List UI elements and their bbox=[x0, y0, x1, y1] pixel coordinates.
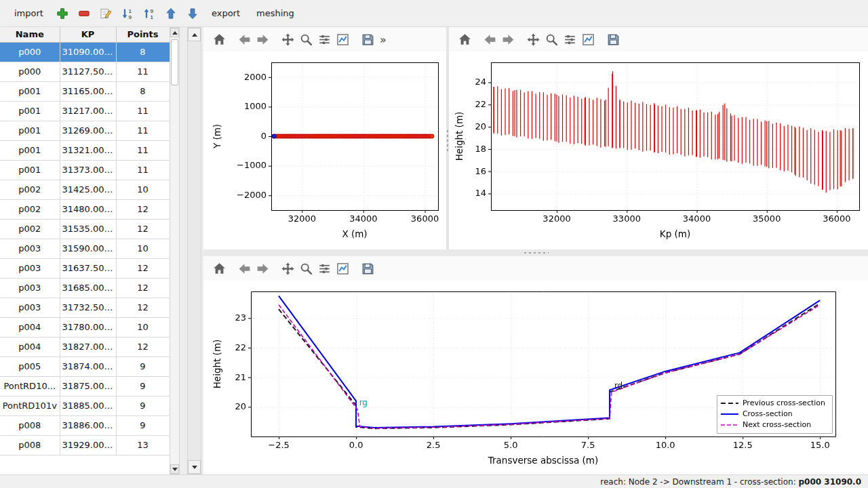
points-cell[interactable]: 11 bbox=[116, 121, 170, 140]
subplots-button[interactable] bbox=[315, 30, 334, 49]
kp-cell[interactable]: 31165.0000 bbox=[60, 81, 116, 101]
table-row[interactable]: p00031127.500011 bbox=[0, 62, 170, 81]
move-down-button[interactable] bbox=[182, 3, 203, 24]
kp-cell[interactable]: 31480.0000 bbox=[60, 199, 116, 219]
kp-cell[interactable]: 31321.0000 bbox=[60, 140, 116, 160]
points-cell[interactable]: 12 bbox=[116, 258, 170, 278]
name-cell[interactable]: p003 bbox=[0, 239, 60, 258]
table-row[interactable]: p00331637.500012 bbox=[0, 258, 170, 278]
points-cell[interactable]: 9 bbox=[116, 396, 170, 415]
panel-scroll-up-button[interactable] bbox=[188, 28, 201, 41]
table-row[interactable]: p00231425.000010 bbox=[0, 180, 170, 199]
kp-cell[interactable]: 31875.0000 bbox=[60, 376, 116, 396]
table-row[interactable]: p00331732.500012 bbox=[0, 298, 170, 317]
subplots-button[interactable] bbox=[315, 260, 334, 278]
kp-cell[interactable]: 31637.5000 bbox=[60, 258, 116, 278]
cross-section-canvas[interactable] bbox=[203, 281, 868, 474]
points-cell[interactable]: 12 bbox=[116, 298, 170, 317]
table-row[interactable]: p00131217.000011 bbox=[0, 101, 170, 121]
points-cell[interactable]: 13 bbox=[116, 435, 170, 455]
kp-cell[interactable]: 31535.0000 bbox=[60, 219, 116, 239]
kp-cell[interactable]: 31732.5000 bbox=[60, 298, 116, 317]
name-cell[interactable]: p003 bbox=[0, 278, 60, 298]
kp-cell[interactable]: 31885.0000 bbox=[60, 396, 116, 415]
table-row[interactable]: p00131373.000011 bbox=[0, 160, 170, 180]
save-button[interactable] bbox=[359, 30, 377, 49]
horizontal-splitter[interactable] bbox=[203, 249, 868, 256]
table-row[interactable]: p00331685.000012 bbox=[0, 278, 170, 298]
points-cell[interactable]: 8 bbox=[116, 42, 170, 62]
name-cell[interactable]: p004 bbox=[0, 337, 60, 357]
name-cell[interactable]: p005 bbox=[0, 357, 60, 376]
kp-cell[interactable]: 31425.0000 bbox=[60, 180, 116, 199]
name-cell[interactable]: p003 bbox=[0, 258, 60, 278]
home-button[interactable] bbox=[210, 30, 229, 49]
name-cell[interactable]: p001 bbox=[0, 140, 60, 160]
pan-button[interactable] bbox=[279, 30, 297, 49]
remove-cross-section-button[interactable] bbox=[74, 3, 94, 24]
kp-cell[interactable]: 31373.0000 bbox=[60, 160, 116, 180]
add-cross-section-button[interactable] bbox=[52, 3, 73, 24]
back-button[interactable] bbox=[235, 30, 254, 49]
points-cell[interactable]: 9 bbox=[116, 357, 170, 376]
home-button[interactable] bbox=[210, 260, 229, 278]
forward-button[interactable] bbox=[254, 30, 272, 49]
name-cell[interactable]: p002 bbox=[0, 219, 60, 239]
save-button[interactable] bbox=[604, 30, 623, 49]
subplots-button[interactable] bbox=[561, 30, 579, 49]
sort-ascending-button[interactable]: 91 bbox=[139, 3, 159, 24]
name-cell[interactable]: p001 bbox=[0, 81, 60, 101]
table-scroll-up-button[interactable] bbox=[170, 28, 179, 37]
pan-button[interactable] bbox=[279, 260, 297, 278]
zoom-button[interactable] bbox=[542, 30, 561, 49]
home-button[interactable] bbox=[456, 30, 474, 49]
table-row[interactable]: p00831886.00009 bbox=[0, 415, 170, 435]
table-row[interactable]: p00831929.000013 bbox=[0, 435, 170, 455]
points-cell[interactable]: 8 bbox=[116, 81, 170, 101]
name-cell[interactable]: p000 bbox=[0, 42, 60, 62]
table-row[interactable]: p00431827.000012 bbox=[0, 337, 170, 357]
table-row[interactable]: p00131269.000011 bbox=[0, 121, 170, 140]
export-button[interactable]: export bbox=[204, 4, 248, 22]
kp-cell[interactable]: 31929.0000 bbox=[60, 435, 116, 455]
kp-cell[interactable]: 31127.5000 bbox=[60, 62, 116, 81]
name-cell[interactable]: p000 bbox=[0, 62, 60, 81]
table-scrollbar-thumb[interactable] bbox=[171, 39, 178, 85]
zoom-button[interactable] bbox=[297, 30, 315, 49]
column-header-name[interactable]: Name bbox=[0, 27, 60, 42]
customize-button[interactable] bbox=[334, 260, 352, 278]
zoom-button[interactable] bbox=[297, 260, 315, 278]
name-cell[interactable]: p002 bbox=[0, 199, 60, 219]
points-cell[interactable]: 9 bbox=[116, 376, 170, 396]
points-cell[interactable]: 12 bbox=[116, 278, 170, 298]
back-button[interactable] bbox=[235, 260, 254, 278]
plan-view-canvas[interactable] bbox=[203, 52, 446, 249]
column-header-kp[interactable]: KP bbox=[60, 27, 116, 42]
kp-cell[interactable]: 31827.0000 bbox=[60, 337, 116, 357]
table-row[interactable]: p00431780.000010 bbox=[0, 317, 170, 337]
kp-cell[interactable]: 31886.0000 bbox=[60, 415, 116, 435]
kp-cell[interactable]: 31217.0000 bbox=[60, 101, 116, 121]
points-cell[interactable]: 12 bbox=[116, 199, 170, 219]
points-cell[interactable]: 12 bbox=[116, 337, 170, 357]
points-cell[interactable]: 11 bbox=[116, 140, 170, 160]
edit-cross-section-button[interactable] bbox=[96, 3, 116, 24]
table-scroll-down-button[interactable] bbox=[170, 464, 179, 474]
points-cell[interactable]: 11 bbox=[116, 101, 170, 121]
panel-scroll-down-button[interactable] bbox=[188, 460, 201, 474]
pan-button[interactable] bbox=[524, 30, 542, 49]
table-row[interactable]: p00331590.000010 bbox=[0, 239, 170, 258]
kp-cell[interactable]: 31685.0000 bbox=[60, 278, 116, 298]
name-cell[interactable]: p008 bbox=[0, 415, 60, 435]
name-cell[interactable]: p001 bbox=[0, 160, 60, 180]
kp-cell[interactable]: 31590.0000 bbox=[60, 239, 116, 258]
kp-cell[interactable]: 31780.0000 bbox=[60, 317, 116, 337]
name-cell[interactable]: p003 bbox=[0, 298, 60, 317]
name-cell[interactable]: p001 bbox=[0, 121, 60, 140]
kp-cell[interactable]: 31090.0000 bbox=[60, 42, 116, 62]
table-scrollbar[interactable] bbox=[170, 27, 180, 474]
table-row[interactable]: p00231480.000012 bbox=[0, 199, 170, 219]
import-button[interactable]: import bbox=[7, 4, 51, 22]
toolbar-overflow-button[interactable]: » bbox=[380, 33, 387, 46]
sort-descending-button[interactable]: 19 bbox=[117, 3, 138, 24]
